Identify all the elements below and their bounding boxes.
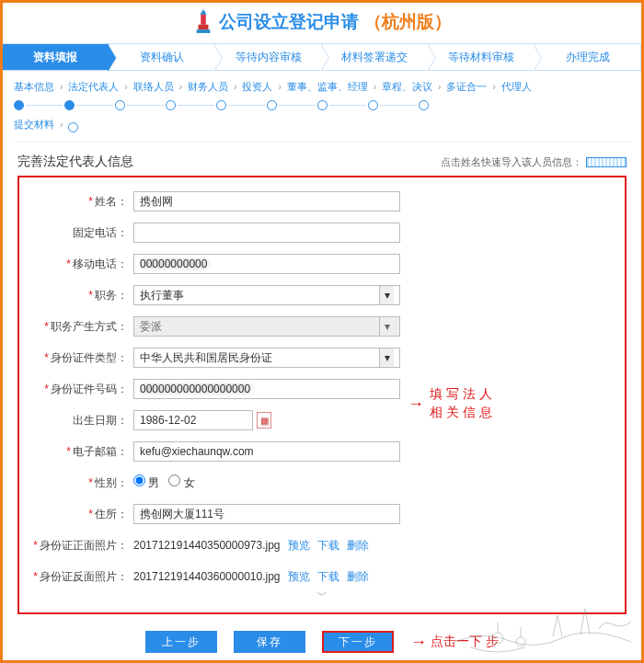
chevron-right-icon: › (234, 82, 236, 92)
id-front-download-link[interactable]: 下载 (317, 538, 339, 554)
address-input[interactable] (133, 504, 400, 524)
chevron-down-icon: ▾ (379, 349, 394, 367)
quick-import-chip[interactable] (586, 157, 627, 167)
prev-button[interactable]: 上一步 (145, 631, 217, 653)
email-input[interactable] (133, 441, 400, 462)
process-step-4[interactable]: 材料签署递交 (322, 44, 429, 70)
birth-date-input[interactable] (133, 410, 253, 430)
step-circle-icon (115, 100, 125, 110)
calendar-icon[interactable]: ▦ (257, 412, 271, 429)
page-title-sub: （杭州版） (364, 10, 452, 34)
sub-step-多证合一[interactable]: 多证合一 (446, 80, 487, 94)
step-circle-icon (64, 100, 75, 110)
sub-step-投资人[interactable]: 投资人 (242, 80, 272, 94)
lighthouse-icon (193, 8, 213, 36)
svg-rect-2 (198, 25, 208, 30)
gender-male-radio[interactable]: 男 (133, 474, 159, 491)
sub-step-章程、决议[interactable]: 章程、决议 (382, 80, 432, 94)
process-bar: 资料填报 资料确认 等待内容审核 材料签署递交 等待材料审核 办理完成 (3, 43, 641, 71)
legal-rep-form: *姓名： 固定电话： *移动电话： *职务： 执行董事 ▾ (17, 176, 627, 614)
step-circle-icon (368, 100, 378, 110)
process-step-2[interactable]: 资料确认 (109, 44, 216, 70)
appoint-method-select[interactable]: 委派 ▾ (133, 316, 400, 337)
id-back-download-link[interactable]: 下载 (317, 569, 339, 585)
sub-step-法定代表人[interactable]: 法定代表人 (68, 80, 119, 94)
sub-step-提交材料[interactable]: 提交材料 (14, 118, 54, 131)
page-title-main: 公司设立登记申请 (219, 10, 359, 34)
annotation-next-note: → 点击一下 步 (410, 633, 499, 652)
save-button[interactable]: 保存 (234, 631, 305, 653)
id-front-delete-link[interactable]: 删除 (347, 538, 369, 554)
svg-rect-3 (196, 29, 210, 33)
position-select[interactable]: 执行董事 ▾ (133, 285, 400, 305)
step-circle-icon (166, 100, 176, 110)
step-circle-icon (419, 100, 429, 110)
id-front-preview-link[interactable]: 预览 (288, 538, 310, 554)
sub-step-联络人员[interactable]: 联络人员 (133, 80, 174, 94)
chevron-right-icon: › (124, 82, 127, 92)
chevron-right-icon: › (438, 82, 441, 92)
chevron-right-icon: › (179, 82, 182, 92)
mobile-phone-input[interactable] (133, 254, 400, 274)
svg-marker-1 (200, 9, 206, 15)
sub-step-董事、监事、经理[interactable]: 董事、监事、经理 (287, 80, 368, 94)
arrow-right-icon: → (410, 633, 427, 652)
page-header: 公司设立登记申请 （杭州版） (3, 3, 641, 43)
id-number-input[interactable] (133, 379, 400, 399)
id-type-select[interactable]: 中华人民共和国居民身份证 ▾ (133, 348, 400, 368)
name-input[interactable] (133, 191, 400, 211)
sub-step-基本信息[interactable]: 基本信息 (14, 80, 54, 94)
chevron-down-icon: ▾ (379, 286, 394, 304)
id-back-filename: 201712191440360000010.jpg (133, 570, 281, 583)
id-back-preview-link[interactable]: 预览 (288, 569, 310, 585)
chevron-right-icon: › (278, 82, 281, 92)
sub-step-财务人员[interactable]: 财务人员 (188, 80, 228, 94)
svg-rect-0 (201, 15, 206, 25)
step-circle-icon (317, 100, 328, 110)
process-step-6[interactable]: 办理完成 (535, 44, 641, 70)
id-back-delete-link[interactable]: 删除 (347, 569, 369, 585)
step-circle-icon (267, 100, 277, 110)
quick-import-hint: 点击姓名快速导入该人员信息： (441, 155, 627, 169)
step-circle-icon (216, 100, 226, 110)
expand-icon[interactable]: ﹀ (32, 588, 612, 603)
step-circle-icon (14, 100, 24, 110)
id-front-filename: 201712191440350000973.jpg (133, 539, 281, 552)
process-step-1[interactable]: 资料填报 (3, 44, 109, 70)
process-step-5[interactable]: 等待材料审核 (429, 44, 535, 70)
chevron-right-icon: › (492, 82, 495, 92)
chevron-right-icon: › (374, 82, 376, 92)
next-button[interactable]: 下一步 (322, 631, 394, 653)
chevron-down-icon: ▾ (379, 317, 394, 336)
fixed-phone-input[interactable] (133, 223, 400, 243)
step-circle-icon (68, 122, 78, 132)
sub-step-nav: 基本信息›法定代表人›联络人员›财务人员›投资人›董事、监事、经理›章程、决议›… (3, 71, 641, 143)
gender-female-radio[interactable]: 女 (168, 474, 194, 491)
chevron-right-icon: › (60, 82, 63, 92)
section-title: 完善法定代表人信息 (17, 154, 133, 170)
sub-step-代理人[interactable]: 代理人 (501, 80, 532, 94)
chevron-right-icon: › (60, 120, 63, 130)
process-step-3[interactable]: 等待内容审核 (215, 44, 322, 70)
